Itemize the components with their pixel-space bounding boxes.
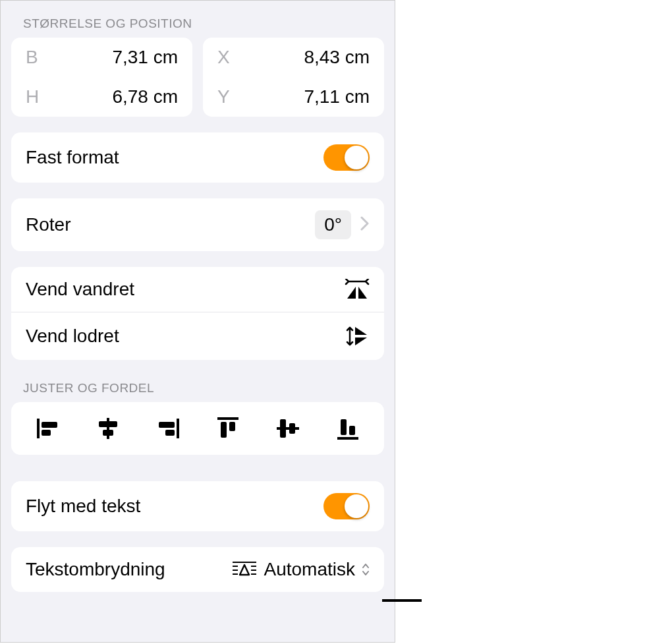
position-card: X 8,43 cm Y 7,11 cm — [203, 38, 384, 117]
chevron-right-icon — [360, 215, 370, 235]
callout-line — [382, 599, 422, 602]
flip-vertical-icon — [346, 324, 370, 348]
text-wrap-row[interactable]: Tekstombrydning Automatisk — [11, 547, 384, 592]
svg-rect-9 — [217, 417, 238, 420]
svg-rect-5 — [103, 430, 113, 436]
width-value: 7,31 cm — [112, 47, 178, 68]
y-value: 7,11 cm — [304, 86, 370, 107]
svg-rect-10 — [221, 422, 227, 438]
svg-rect-16 — [341, 419, 347, 435]
size-position-group: B 7,31 cm H 6,78 cm X 8,43 cm Y 7,11 cm — [11, 38, 384, 117]
align-left-button[interactable] — [28, 414, 68, 443]
align-distribute-card — [11, 402, 384, 455]
svg-rect-4 — [99, 421, 117, 427]
constrain-row: Fast format — [11, 132, 384, 183]
align-distribute-header: JUSTER OG FORDEL — [11, 376, 384, 402]
flip-card: Vend vandret Vend lodret — [11, 267, 384, 360]
align-top-button[interactable] — [208, 414, 248, 443]
constrain-label: Fast format — [26, 147, 119, 168]
y-label: Y — [217, 86, 237, 107]
move-with-text-card: Flyt med tekst — [11, 481, 384, 531]
svg-rect-17 — [349, 426, 355, 435]
svg-rect-6 — [177, 419, 179, 438]
text-wrap-card: Tekstombrydning Automatisk — [11, 547, 384, 592]
flip-horizontal-icon — [345, 279, 370, 300]
flip-vertical-row[interactable]: Vend lodret — [11, 312, 384, 360]
move-with-text-row: Flyt med tekst — [11, 481, 384, 531]
svg-rect-13 — [280, 419, 286, 438]
height-row[interactable]: H 6,78 cm — [11, 77, 192, 117]
align-center-horizontal-button[interactable] — [88, 414, 128, 443]
width-row[interactable]: B 7,31 cm — [11, 38, 192, 77]
text-wrap-value: Automatisk — [264, 559, 356, 580]
rotate-card: Roter 0° — [11, 198, 384, 251]
rotate-label: Roter — [26, 214, 70, 235]
select-stepper-icon — [362, 563, 370, 576]
align-bottom-button[interactable] — [328, 414, 368, 443]
svg-rect-1 — [42, 422, 57, 428]
arrange-panel: STØRRELSE OG POSITION B 7,31 cm H 6,78 c… — [0, 0, 395, 643]
move-with-text-toggle[interactable] — [323, 493, 370, 519]
align-right-button[interactable] — [148, 414, 188, 443]
flip-horizontal-label: Vend vandret — [26, 279, 134, 300]
size-card: B 7,31 cm H 6,78 cm — [11, 38, 192, 117]
move-with-text-label: Flyt med tekst — [26, 496, 140, 517]
svg-rect-7 — [159, 422, 175, 428]
svg-rect-8 — [165, 430, 175, 436]
svg-rect-3 — [107, 418, 109, 439]
svg-rect-0 — [37, 419, 40, 438]
svg-rect-15 — [337, 437, 358, 440]
rotate-value: 0° — [315, 210, 351, 239]
rotate-row[interactable]: Roter 0° — [11, 198, 384, 251]
x-value: 8,43 cm — [304, 47, 370, 68]
constrain-toggle[interactable] — [323, 144, 370, 171]
flip-vertical-label: Vend lodret — [26, 326, 119, 347]
constrain-card: Fast format — [11, 132, 384, 183]
text-wrap-icon — [231, 560, 258, 579]
text-wrap-label: Tekstombrydning — [26, 559, 165, 580]
align-center-vertical-button[interactable] — [268, 414, 308, 443]
svg-rect-2 — [42, 430, 51, 436]
svg-rect-11 — [229, 422, 235, 431]
height-label: H — [26, 86, 45, 107]
y-row[interactable]: Y 7,11 cm — [203, 77, 384, 117]
x-row[interactable]: X 8,43 cm — [203, 38, 384, 77]
x-label: X — [217, 47, 237, 68]
flip-horizontal-row[interactable]: Vend vandret — [11, 267, 384, 312]
height-value: 6,78 cm — [112, 86, 178, 107]
svg-rect-14 — [289, 423, 295, 434]
width-label: B — [26, 47, 45, 68]
size-position-header: STØRRELSE OG POSITION — [11, 11, 384, 38]
